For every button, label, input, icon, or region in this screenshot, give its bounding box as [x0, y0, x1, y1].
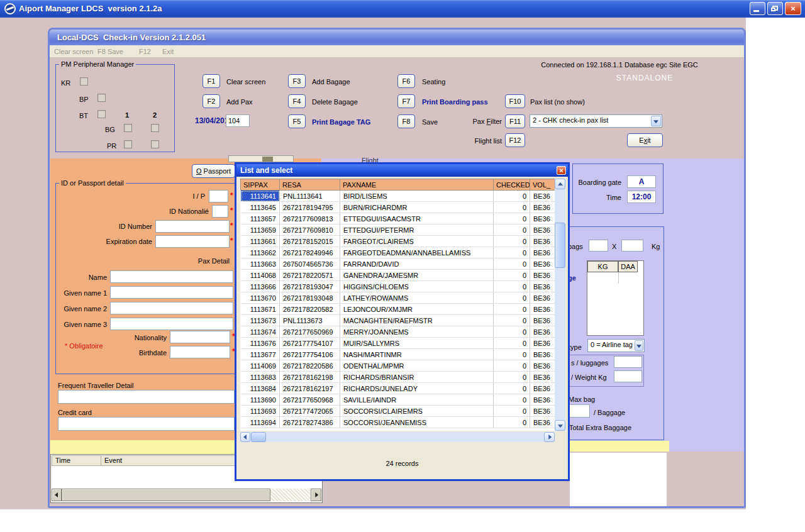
table-cell[interactable]: 2672178162197 [280, 383, 340, 394]
table-cell[interactable]: 2672178194795 [280, 202, 340, 213]
dialog-vscroll-down-button[interactable] [555, 420, 565, 431]
table-cell[interactable]: 2672177609813 [280, 213, 340, 224]
table-row[interactable]: 11136762672177754107MUIR/SALLYMRS0BE36 [241, 338, 555, 349]
table-cell[interactable]: 0 [494, 417, 530, 428]
bags-count-input[interactable] [589, 240, 608, 252]
table-cell[interactable]: BE36 [530, 360, 555, 372]
table-cell[interactable]: 0 [494, 349, 530, 360]
table-cell[interactable]: 1113673 [241, 315, 280, 326]
table-cell[interactable]: 1113663 [241, 258, 280, 270]
f3-button[interactable]: F3 [288, 74, 306, 88]
table-cell[interactable]: 2672177609810 [280, 224, 340, 236]
event-log-scroll-thumb[interactable] [62, 489, 270, 501]
table-cell[interactable]: 1113645 [241, 202, 280, 213]
id-nationality-input[interactable] [212, 205, 228, 218]
table-cell[interactable]: BE36 [530, 406, 555, 417]
luggages-input[interactable] [614, 356, 642, 368]
table-cell[interactable]: BE36 [530, 372, 555, 383]
table-row[interactable]: 11136832672178162198RICHARDS/BRIANSIR0BE… [241, 372, 555, 383]
table-row[interactable]: 11136742672177650969MERRY/JOANNEMS0BE36 [241, 326, 555, 338]
table-cell[interactable]: 2672178249946 [280, 247, 340, 258]
pr-checkbox-2[interactable] [151, 140, 159, 148]
table-row[interactable]: 11136632675074565736FARRAND/DAVID0BE36 [241, 258, 555, 270]
column-header[interactable]: RESA [280, 179, 340, 191]
table-row[interactable]: 1113673PNL1113673MACNAGHTEN/RAEFMSTR0BE3… [241, 315, 555, 326]
boarding-gate-value[interactable]: A [627, 175, 656, 188]
table-cell[interactable]: LEJONCOUR/XMJMR [340, 304, 494, 315]
table-cell[interactable]: BE36 [530, 213, 555, 224]
table-cell[interactable]: 0 [494, 292, 530, 304]
table-cell[interactable]: 0 [494, 202, 530, 213]
table-cell[interactable]: NASH/MARTINMR [340, 349, 494, 360]
credit-card-input[interactable] [58, 417, 235, 431]
table-cell[interactable]: BE36 [530, 292, 555, 304]
table-row[interactable]: 11136932672177472065SOCCORSI/CLAIREMRS0B… [241, 406, 555, 417]
given-name-1-input[interactable] [110, 286, 233, 299]
table-cell[interactable]: 2672178220586 [280, 360, 340, 372]
table-cell[interactable]: 1113661 [241, 236, 280, 247]
dialog-hscroll-thumb[interactable] [251, 432, 266, 442]
given-name-2-input[interactable] [110, 302, 233, 314]
table-cell[interactable]: 2672177754107 [280, 338, 340, 349]
table-cell[interactable]: BE36 [530, 281, 555, 292]
dialog-vscroll-track[interactable] [555, 179, 565, 431]
table-cell[interactable]: 0 [494, 372, 530, 383]
f11-button[interactable]: F11 [505, 114, 525, 128]
table-row[interactable]: 11136452672178194795BURN/RICHARDMR0BE36 [241, 202, 555, 213]
table-cell[interactable]: 1113666 [241, 281, 280, 292]
f7-button[interactable]: F7 [397, 94, 415, 108]
table-cell[interactable]: 0 [494, 213, 530, 224]
table-cell[interactable]: MERRY/JOANNEMS [340, 326, 494, 338]
table-cell[interactable]: 0 [494, 270, 530, 281]
exit-button[interactable]: Exit [627, 133, 663, 147]
f10-button[interactable]: F10 [505, 94, 525, 108]
table-cell[interactable]: 1113693 [241, 406, 280, 417]
table-cell[interactable]: 2672177650968 [280, 394, 340, 406]
table-cell[interactable]: 1114069 [241, 360, 280, 372]
table-cell[interactable]: 0 [494, 360, 530, 372]
table-cell[interactable]: BE36 [530, 191, 555, 202]
table-cell[interactable]: BE36 [530, 224, 555, 236]
table-cell[interactable]: 2672178162198 [280, 372, 340, 383]
dialog-vscroll-up-button[interactable] [555, 179, 565, 189]
table-cell[interactable]: 2672178274386 [280, 417, 340, 428]
table-cell[interactable]: BE36 [530, 202, 555, 213]
table-cell[interactable]: 1113677 [241, 349, 280, 360]
table-cell[interactable]: 0 [494, 326, 530, 338]
bg-checkbox-2[interactable] [151, 124, 159, 132]
table-cell[interactable]: SAVILLE/IAINDR [340, 394, 494, 406]
table-row[interactable]: 11136662672178193047HIGGINS/CHLOEMS0BE36 [241, 281, 555, 292]
table-cell[interactable]: BE36 [530, 383, 555, 394]
table-cell[interactable]: 0 [494, 338, 530, 349]
table-cell[interactable]: 2672178220571 [280, 270, 340, 281]
table-cell[interactable]: BE36 [530, 304, 555, 315]
tag-type-dropdown[interactable]: 0 = Airline tag t [587, 339, 645, 352]
table-cell[interactable]: BE36 [530, 315, 555, 326]
table-cell[interactable]: ETTEDGUI/ISAACMSTR [340, 213, 494, 224]
table-cell[interactable]: 0 [494, 281, 530, 292]
table-cell[interactable]: BE36 [530, 258, 555, 270]
table-row[interactable]: 11136622672178249946FARGEOTDEADMAN/ANNAB… [241, 247, 555, 258]
birthdate-input[interactable] [170, 346, 230, 358]
table-cell[interactable]: 1113641 [241, 191, 280, 202]
table-row[interactable]: 11140692672178220586ODENTHAL/MPMR0BE36 [241, 360, 555, 372]
table-cell[interactable]: RICHARDS/JUNELADY [340, 383, 494, 394]
f5-button[interactable]: F5 [288, 114, 306, 128]
table-cell[interactable]: 0 [494, 383, 530, 394]
tag-type-dropdown-button[interactable] [635, 340, 643, 351]
menu-f12[interactable]: F12 [139, 48, 151, 55]
table-cell[interactable]: 1113683 [241, 372, 280, 383]
table-cell[interactable]: RICHARDS/BRIANSIR [340, 372, 494, 383]
table-cell[interactable]: 0 [494, 304, 530, 315]
boarding-time-value[interactable]: 12:00 [627, 191, 656, 203]
table-cell[interactable]: BE36 [530, 326, 555, 338]
table-cell[interactable]: 2672178193047 [280, 281, 340, 292]
table-cell[interactable]: FARGEOTDEADMAN/ANNABELLAMISS [340, 247, 494, 258]
column-header[interactable]: PAXNAME [340, 179, 494, 191]
table-cell[interactable]: SOCCORSI/JEANNEMISS [340, 417, 494, 428]
table-cell[interactable]: 1113694 [241, 417, 280, 428]
table-cell[interactable]: LATHEY/ROWANMS [340, 292, 494, 304]
table-cell[interactable]: 2672178152015 [280, 236, 340, 247]
column-header[interactable]: CHECKED [494, 179, 530, 191]
table-cell[interactable]: 0 [494, 224, 530, 236]
